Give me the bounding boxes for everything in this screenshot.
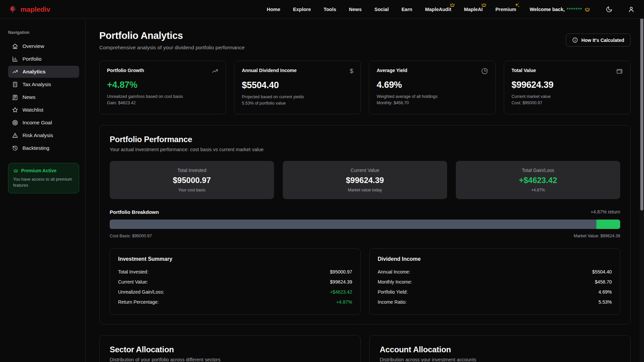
income-row: Annual Income:$5504.40	[378, 267, 612, 277]
brand[interactable]: maplediv	[8, 5, 50, 14]
summary-row: Return Percentage:+4.87%	[118, 297, 352, 307]
nav-earn[interactable]: Earn	[401, 7, 412, 12]
premium-description: You have access to all premium features	[13, 176, 74, 188]
welcome-message: Welcome back, *******	[530, 7, 590, 12]
calculator-icon	[12, 81, 18, 87]
gain-segment	[596, 220, 620, 229]
info-icon	[572, 37, 578, 43]
stat-card-annual-dividend-income: Annual Dividend Income $ $5504.40 Projec…	[234, 61, 361, 114]
star-icon	[12, 107, 18, 113]
sidebar-item-analytics[interactable]: Analytics	[8, 66, 79, 78]
portfolio-performance-panel: Portfolio Performance Your actual invest…	[99, 125, 631, 324]
account-button[interactable]	[628, 6, 635, 13]
stat-card-value: +4.87%	[107, 80, 218, 90]
breakdown-progress-bar	[110, 220, 620, 229]
cost-basis-segment	[110, 220, 596, 229]
stat-card-average-yield: Average Yield 4.69% Weighted average of …	[369, 61, 496, 114]
crown-icon	[13, 168, 18, 173]
user-icon	[628, 6, 635, 13]
investment-summary-panel: Investment Summary Total Invested:$95000…	[110, 248, 361, 315]
sector-allocation-panel: Sector Allocation Distribution of your p…	[99, 335, 361, 362]
stat-card-label: Portfolio Growth	[107, 68, 144, 73]
sidebar-item-label: Overview	[22, 43, 44, 49]
sidebar-item-label: Tax Analysis	[22, 81, 51, 87]
nav-tools[interactable]: Tools	[324, 7, 336, 12]
nav-explore[interactable]: Explore	[293, 7, 311, 12]
sparkles-icon	[514, 2, 520, 8]
sidebar-item-label: Analytics	[22, 69, 46, 75]
scrollbar-thumb[interactable]	[640, 9, 643, 210]
sidebar-section-label: Navigation	[8, 30, 79, 35]
sidebar-item-label: News	[22, 94, 36, 100]
sidebar: Navigation Overview Portfolio Analytics …	[0, 19, 86, 362]
summary-row: Total Invested:$95000.97	[118, 267, 352, 277]
premium-active-card: Premium Active You have access to all pr…	[8, 163, 79, 193]
nav-social[interactable]: Social	[374, 7, 389, 12]
sidebar-item-income-goal[interactable]: Income Goal	[8, 117, 79, 129]
trending-up-icon	[12, 69, 18, 75]
trending-up-icon	[212, 68, 218, 74]
dividend-income-panel: Dividend Income Annual Income:$5504.40 M…	[369, 248, 620, 315]
nav-mapleai[interactable]: MapleAI	[464, 7, 483, 12]
crown-icon	[584, 7, 590, 12]
sidebar-item-label: Portfolio	[22, 56, 42, 62]
stat-cards: Portfolio Growth +4.87% Unrealized gain/…	[99, 61, 631, 114]
premium-title: Premium Active	[21, 168, 56, 173]
total-invested-box: Total Invested $95000.97 Your cost basis	[110, 161, 274, 199]
nav-home[interactable]: Home	[267, 7, 280, 12]
income-row: Portfolio Yield:4.69%	[378, 287, 612, 297]
newspaper-icon	[12, 94, 18, 100]
sidebar-item-label: Backtesting	[22, 145, 49, 151]
main-content: Portfolio Analytics Comprehensive analys…	[86, 19, 644, 362]
pie-chart-icon	[481, 68, 488, 74]
market-value-caption: Market Value: $99624.39	[574, 234, 620, 238]
crown-icon	[481, 2, 487, 7]
crown-icon	[449, 2, 455, 7]
dollar-icon: $	[350, 68, 353, 75]
sidebar-item-watchlist[interactable]: Watchlist	[8, 104, 79, 116]
how-its-calculated-button[interactable]: How It's Calculated	[566, 34, 631, 47]
performance-title: Portfolio Performance	[110, 135, 620, 144]
maple-leaf-logo	[8, 5, 17, 14]
home-icon	[12, 43, 18, 49]
brand-name: maplediv	[20, 5, 50, 13]
sidebar-item-label: Income Goal	[22, 120, 52, 126]
sidebar-item-portfolio[interactable]: Portfolio	[8, 53, 79, 65]
page-subtitle: Comprehensive analysis of your dividend …	[99, 45, 245, 51]
sidebar-item-tax-analysis[interactable]: Tax Analysis	[8, 78, 79, 90]
total-gain-loss-box: Total Gain/Loss +$4623.42 +4.87%	[456, 161, 620, 199]
sidebar-item-label: Risk Analysis	[22, 132, 53, 138]
nav-premium[interactable]: Premium	[495, 7, 516, 12]
moon-icon	[606, 6, 612, 13]
main-nav: Home Explore Tools News Social Earn Mapl…	[267, 7, 516, 12]
bar-chart-icon	[12, 56, 18, 62]
cost-basis-caption: Cost Basis: $95000.97	[110, 234, 152, 238]
target-icon	[12, 120, 18, 126]
wallet-icon	[616, 68, 623, 74]
sidebar-item-risk-analysis[interactable]: Risk Analysis	[8, 129, 79, 141]
breakdown-label: Portfolio Breakdown	[110, 209, 159, 215]
account-allocation-panel: Account Allocation Distribution across y…	[369, 335, 631, 362]
page-title: Portfolio Analytics	[99, 30, 245, 41]
stat-card-label: Average Yield	[377, 68, 407, 73]
stat-card-value: $5504.40	[242, 80, 353, 90]
theme-toggle-button[interactable]	[606, 6, 612, 13]
nav-mapleaudit[interactable]: MapleAudit	[425, 7, 451, 12]
alert-triangle-icon	[12, 132, 18, 138]
sidebar-item-backtesting[interactable]: Backtesting	[8, 142, 79, 154]
stat-card-label: Annual Dividend Income	[242, 68, 297, 73]
page-scrollbar[interactable]	[640, 0, 644, 362]
nav-news[interactable]: News	[349, 7, 362, 12]
stat-card-total-value: Total Value $99624.39 Current market val…	[504, 61, 631, 114]
stat-card-portfolio-growth: Portfolio Growth +4.87% Unrealized gain/…	[99, 61, 226, 114]
sidebar-item-news[interactable]: News	[8, 91, 79, 103]
stat-card-label: Total Value	[512, 68, 536, 73]
sidebar-item-overview[interactable]: Overview	[8, 40, 79, 52]
masked-username: *******	[567, 7, 583, 12]
welcome-text: Welcome back,	[530, 7, 565, 12]
income-row: Monthly Income:$458.70	[378, 277, 612, 287]
top-header: maplediv Home Explore Tools News Social …	[0, 0, 644, 19]
income-row: Income Ratio:5.53%	[378, 297, 612, 307]
current-value-box: Current Value $99624.39 Market value tod…	[283, 161, 447, 199]
performance-subtitle: Your actual investment performance: cost…	[110, 147, 620, 152]
